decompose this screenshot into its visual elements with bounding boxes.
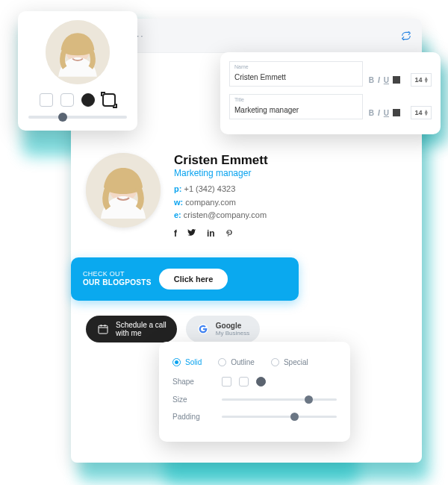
- refresh-button[interactable]: [401, 31, 411, 41]
- avatar-image: [86, 153, 161, 228]
- avatar-preview-small: [46, 20, 110, 84]
- shape-square[interactable]: [40, 93, 53, 107]
- color-swatch[interactable]: [393, 76, 400, 84]
- size-control-row: Size: [172, 395, 337, 404]
- shape-opt-circle[interactable]: [256, 377, 266, 387]
- signature-email: e: cristen@company.com: [174, 209, 268, 222]
- padding-slider[interactable]: [222, 416, 337, 418]
- google-business-button[interactable]: GoogleMy Business: [186, 316, 260, 342]
- stepper-arrows: ▴▾: [425, 110, 428, 116]
- style-options-row: Solid Outline Special: [172, 358, 337, 366]
- svg-rect-2: [99, 325, 108, 334]
- signature-phone: p: +1 (342) 4323: [174, 183, 268, 196]
- title-input[interactable]: [234, 106, 358, 114]
- linkedin-icon[interactable]: in: [207, 228, 215, 239]
- avatar-size-slider[interactable]: [28, 116, 127, 119]
- style-option-solid[interactable]: Solid: [172, 358, 202, 366]
- name-field-label: Name: [234, 64, 358, 69]
- google-business-text: GoogleMy Business: [216, 322, 249, 337]
- calendar-icon: [96, 322, 110, 336]
- loop-icon: [401, 31, 411, 41]
- signature-text-block: Cristen Emmett Marketing manager p: +1 (…: [174, 153, 268, 239]
- google-icon: [196, 322, 210, 336]
- size-slider[interactable]: [222, 398, 337, 401]
- color-swatch[interactable]: [393, 109, 400, 116]
- shape-framed[interactable]: [102, 93, 116, 107]
- field-editor-popover: Name B I U 14 ▴▾ Title B I U 14: [220, 52, 441, 134]
- signature-title: Marketing manager: [174, 168, 268, 178]
- italic-button[interactable]: I: [378, 109, 380, 117]
- shape-opt-square[interactable]: [222, 377, 231, 387]
- avatar-image-small: [46, 20, 110, 84]
- name-format-controls: B I U 14 ▴▾: [369, 73, 432, 87]
- addon-buttons-row: Schedule a callwith me GoogleMy Business: [86, 316, 260, 342]
- shape-opt-rounded[interactable]: [239, 377, 249, 387]
- style-option-special[interactable]: Special: [271, 358, 308, 366]
- shape-label: Shape: [172, 378, 208, 386]
- font-size-stepper[interactable]: 14 ▴▾: [411, 73, 432, 87]
- pinterest-icon[interactable]: [225, 228, 234, 239]
- padding-label: Padding: [172, 413, 208, 421]
- signature-preview: Cristen Emmett Marketing manager p: +1 (…: [86, 153, 268, 239]
- font-size-stepper[interactable]: 14 ▴▾: [411, 106, 432, 119]
- style-popover: Solid Outline Special Shape Size Padding: [159, 342, 350, 442]
- size-knob[interactable]: [305, 395, 313, 404]
- name-input[interactable]: [234, 73, 358, 81]
- title-field-row: Title B I U 14 ▴▾: [229, 94, 432, 119]
- padding-control-row: Padding: [172, 413, 337, 421]
- name-field-row: Name B I U 14 ▴▾: [229, 61, 432, 87]
- bold-button[interactable]: B: [369, 109, 374, 117]
- underline-button[interactable]: U: [384, 76, 389, 84]
- title-field-label: Title: [234, 97, 358, 102]
- schedule-call-text: Schedule a callwith me: [116, 321, 167, 337]
- avatar-shape-popover: [18, 11, 137, 131]
- bold-button[interactable]: B: [369, 76, 374, 84]
- shape-swatch-row: [28, 93, 127, 107]
- signature-avatar[interactable]: [86, 153, 161, 228]
- stepper-arrows: ▴▾: [425, 77, 428, 83]
- cta-banner[interactable]: CHECK OUT OUR BLOGPOSTS Click here: [71, 257, 299, 301]
- shape-circle[interactable]: [81, 93, 95, 107]
- cta-text: CHECK OUT OUR BLOGPOSTS: [83, 270, 152, 288]
- social-icons: f in: [174, 228, 268, 239]
- name-field[interactable]: Name: [229, 61, 363, 87]
- title-format-controls: B I U 14 ▴▾: [369, 106, 432, 119]
- signature-name: Cristen Emmett: [174, 153, 268, 168]
- schedule-call-button[interactable]: Schedule a callwith me: [86, 316, 177, 342]
- underline-button[interactable]: U: [384, 109, 389, 117]
- shape-rounded[interactable]: [60, 93, 74, 107]
- signature-web: w: company.com: [174, 196, 268, 210]
- shape-swatches: [222, 377, 337, 387]
- cta-button[interactable]: Click here: [159, 269, 228, 290]
- twitter-icon[interactable]: [187, 228, 196, 239]
- slider-knob[interactable]: [58, 113, 67, 122]
- style-option-outline[interactable]: Outline: [218, 358, 255, 366]
- size-label: Size: [172, 395, 208, 404]
- italic-button[interactable]: I: [378, 76, 380, 84]
- facebook-icon[interactable]: f: [174, 228, 177, 239]
- shape-control-row: Shape: [172, 377, 337, 387]
- padding-knob[interactable]: [290, 413, 299, 421]
- title-field[interactable]: Title: [229, 94, 363, 119]
